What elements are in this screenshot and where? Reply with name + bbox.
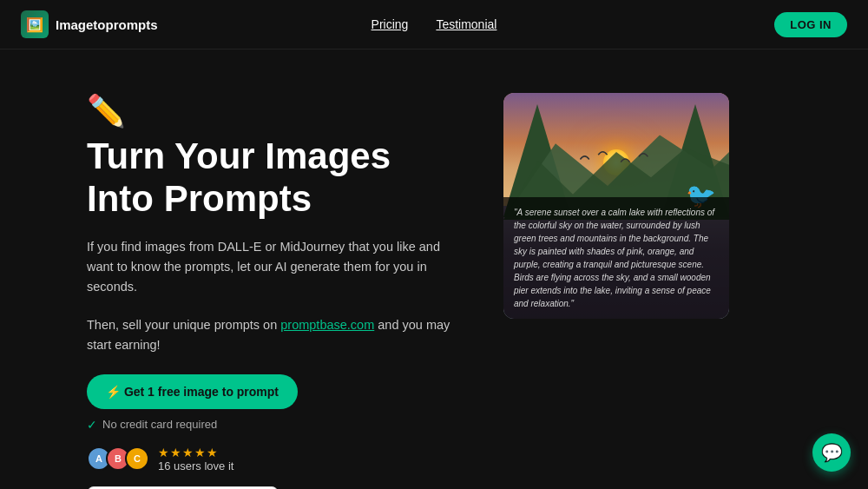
overlay-text: "A serene sunset over a calm lake with r…: [514, 206, 719, 310]
logo-text: Imagetoprompts: [56, 17, 158, 32]
hero-right: 🐦 "A serene sunset over a calm lake with…: [503, 93, 746, 319]
navbar: 🖼️ Imagetoprompts Pricing Testimonial LO…: [0, 0, 868, 50]
logo-icon: 🖼️: [21, 10, 49, 38]
hero-image: 🐦 "A serene sunset over a calm lake with…: [503, 93, 729, 319]
hero-title-text: Turn Your Images Into Prompts: [87, 135, 451, 220]
promptbase-link[interactable]: promptbase.com: [280, 318, 374, 332]
no-card-text: No credit card required: [102, 418, 217, 431]
nav-links: Pricing Testimonial: [372, 17, 497, 31]
hero-cta-before: Then, sell your unique prompts on: [87, 318, 280, 332]
birds-svg: [571, 142, 661, 176]
hero-title-icon: ✏️: [87, 93, 126, 129]
nav-link-testimonial[interactable]: Testimonial: [436, 17, 496, 31]
hero-title: ✏️ Turn Your Images Into Prompts: [87, 93, 451, 220]
login-button[interactable]: LOG IN: [774, 12, 847, 37]
check-icon: ✓: [87, 418, 97, 432]
hero-cta-text: Then, sell your unique prompts on prompt…: [87, 315, 451, 355]
nav-link-pricing[interactable]: Pricing: [372, 17, 409, 31]
stars-rating: ★★★★★ 16 users love it: [158, 446, 233, 472]
user-social-proof: A B C ★★★★★ 16 users love it: [87, 446, 451, 472]
chat-bubble-button[interactable]: 💬: [812, 433, 851, 472]
image-overlay: "A serene sunset over a calm lake with r…: [503, 197, 729, 319]
logo[interactable]: 🖼️ Imagetoprompts: [21, 10, 158, 38]
no-credit-card-notice: ✓ No credit card required: [87, 418, 451, 432]
hero-section: ✏️ Turn Your Images Into Prompts If you …: [0, 50, 868, 489]
hero-left: ✏️ Turn Your Images Into Prompts If you …: [87, 93, 451, 489]
users-love-text: 16 users love it: [158, 459, 233, 472]
hero-subtitle: If you find images from DALL-E or MidJou…: [87, 237, 451, 298]
get-free-image-button[interactable]: ⚡ Get 1 free image to prompt: [87, 374, 298, 409]
star-icons: ★★★★★: [158, 446, 233, 459]
avatar-stack: A B C: [87, 446, 149, 471]
avatar-3: C: [125, 446, 149, 471]
